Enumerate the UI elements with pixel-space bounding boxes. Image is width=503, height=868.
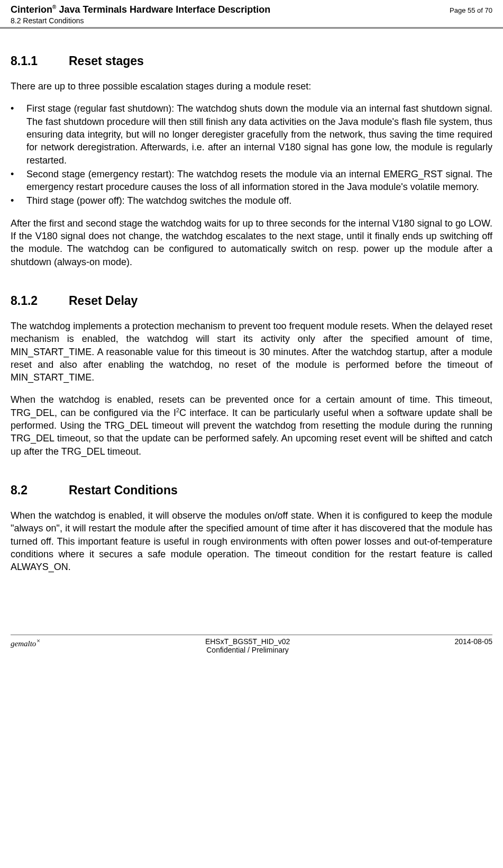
section-title: Reset Delay — [69, 294, 138, 308]
page-header: Cinterion® Java Terminals Hardware Inter… — [0, 0, 503, 28]
confidential-label: Confidential / Preliminary — [41, 646, 455, 654]
list-item: • Second stage (emergency restart): The … — [11, 168, 492, 194]
paragraph: When the watchdog is enabled, it will ob… — [11, 509, 492, 573]
doc-id: EHSxT_BGS5T_HID_v02 — [41, 637, 455, 646]
bullet-text: Second stage (emergency restart): The wa… — [26, 168, 492, 194]
bullet-icon: • — [11, 194, 26, 207]
footer-center: EHSxT_BGS5T_HID_v02 Confidential / Preli… — [41, 637, 455, 654]
paragraph: There are up to three possible escalatio… — [11, 80, 492, 93]
section-number: 8.2 — [11, 482, 69, 499]
paragraph: After the first and second stage the wat… — [11, 217, 492, 268]
list-item: • Third stage (power off): The watchdog … — [11, 194, 492, 207]
page-content: 8.1.1Reset stages There are up to three … — [0, 29, 503, 573]
section-heading-restart-conditions: 8.2Restart Conditions — [11, 482, 492, 499]
page-number: Page 55 of 70 — [450, 6, 492, 14]
section-title: Restart Conditions — [69, 483, 178, 497]
brand-logo: gemalto× — [11, 637, 41, 654]
bullet-icon: • — [11, 102, 26, 166]
bullet-text: Third stage (power off): The watchdog sw… — [26, 194, 492, 207]
logo-text: gemalto — [11, 639, 36, 648]
doc-title: Cinterion® Java Terminals Hardware Inter… — [11, 4, 270, 15]
section-title: Reset stages — [69, 54, 144, 68]
section-number: 8.1.1 — [11, 53, 69, 69]
logo-mark: × — [36, 637, 40, 645]
paragraph: When the watchdog is enabled, resets can… — [11, 393, 492, 457]
footer-date: 2014-08-05 — [454, 637, 492, 654]
bullet-icon: • — [11, 168, 26, 194]
title-rest: Java Terminals Hardware Interface Descri… — [56, 4, 270, 15]
bullet-text: First stage (regular fast shutdown): The… — [26, 102, 492, 166]
paragraph: The watchdog implements a protection mec… — [11, 320, 492, 384]
section-number: 8.1.2 — [11, 293, 69, 309]
list-item: • First stage (regular fast shutdown): T… — [11, 102, 492, 166]
bullet-list: • First stage (regular fast shutdown): T… — [11, 102, 492, 207]
page-footer: gemalto× EHSxT_BGS5T_HID_v02 Confidentia… — [0, 631, 503, 662]
title-brand: Cinterion — [11, 4, 52, 15]
section-heading-reset-stages: 8.1.1Reset stages — [11, 53, 492, 69]
header-subtitle: 8.2 Restart Conditions — [11, 16, 492, 25]
section-heading-reset-delay: 8.1.2Reset Delay — [11, 293, 492, 309]
footer-divider — [11, 635, 492, 635]
